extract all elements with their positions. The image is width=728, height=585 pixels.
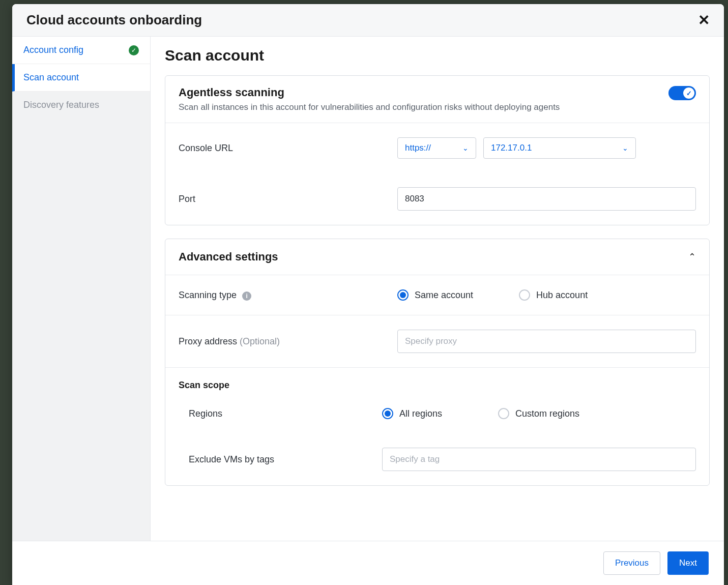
main-panel: Scan account Agentless scanning Scan all… (151, 37, 724, 541)
proxy-controls (397, 330, 696, 353)
radio-all-regions[interactable]: All regions (382, 408, 442, 419)
exclude-tags-row: Exclude VMs by tags (165, 433, 709, 485)
advanced-header[interactable]: Advanced settings ⌃ (165, 239, 709, 275)
next-button[interactable]: Next (667, 551, 709, 575)
protocol-select[interactable]: https:// ⌄ (397, 137, 476, 159)
proxy-label: Proxy address (Optional) (179, 336, 397, 347)
regions-radio-group: All regions Custom regions (382, 408, 579, 419)
toggle-check-icon: ✓ (686, 90, 692, 97)
radio-hub-account[interactable]: Hub account (519, 289, 588, 301)
agentless-description: Scan all instances in this account for v… (179, 102, 658, 112)
agentless-titles: Agentless scanning Scan all instances in… (179, 86, 668, 112)
radio-icon (382, 408, 393, 419)
page-heading: Scan account (165, 47, 710, 64)
advanced-card: Advanced settings ⌃ Scanning type i Same… (165, 239, 710, 486)
host-value: 172.17.0.1 (491, 143, 532, 153)
close-icon: ✕ (698, 12, 710, 28)
sidebar-item-discovery-features: Discovery features (12, 92, 150, 119)
radio-label: Same account (415, 290, 473, 301)
console-url-controls: https:// ⌄ 172.17.0.1 ⌄ (397, 137, 696, 159)
proxy-label-text: Proxy address (179, 336, 237, 346)
chevron-down-icon: ⌄ (622, 144, 628, 152)
radio-icon (397, 289, 409, 301)
sidebar-item-label: Discovery features (23, 100, 99, 110)
port-input[interactable] (397, 187, 696, 211)
close-button[interactable]: ✕ (698, 13, 710, 27)
scan-scope-section: Scan scope Regions All regions (165, 367, 709, 485)
protocol-value: https:// (405, 143, 431, 153)
proxy-row: Proxy address (Optional) (165, 315, 709, 367)
console-url-label: Console URL (179, 143, 397, 154)
radio-label: All regions (399, 408, 442, 419)
exclude-tags-label: Exclude VMs by tags (179, 454, 397, 465)
agentless-title: Agentless scanning (179, 86, 658, 99)
modal-title: Cloud accounts onboarding (26, 12, 202, 28)
scan-scope-title: Scan scope (165, 368, 709, 394)
radio-label: Hub account (536, 290, 588, 301)
radio-icon (519, 289, 530, 301)
host-select[interactable]: 172.17.0.1 ⌄ (483, 137, 636, 159)
regions-controls: All regions Custom regions (397, 408, 696, 419)
port-label: Port (179, 194, 397, 204)
chevron-up-icon: ⌃ (688, 251, 696, 262)
onboarding-modal: Cloud accounts onboarding ✕ Account conf… (12, 4, 724, 585)
previous-button[interactable]: Previous (603, 551, 660, 575)
proxy-input[interactable] (397, 330, 696, 353)
radio-same-account[interactable]: Same account (397, 289, 473, 301)
sidebar-item-scan-account[interactable]: Scan account (12, 64, 150, 92)
port-row: Port (165, 173, 709, 225)
modal-footer: Previous Next (12, 541, 724, 585)
regions-label: Regions (179, 408, 397, 419)
agentless-toggle[interactable]: ✓ (668, 86, 696, 100)
chevron-down-icon: ⌄ (462, 144, 469, 152)
info-icon[interactable]: i (242, 291, 251, 301)
console-url-row: Console URL https:// ⌄ 172.17.0.1 ⌄ (165, 123, 709, 173)
toggle-knob: ✓ (683, 87, 694, 99)
exclude-tags-input[interactable] (382, 448, 696, 471)
scanning-type-radio-group: Same account Hub account (397, 289, 588, 301)
scanning-type-controls: Same account Hub account (397, 289, 696, 301)
port-controls (397, 187, 696, 211)
check-circle-icon: ✓ (129, 45, 139, 55)
agentless-card: Agentless scanning Scan all instances in… (165, 75, 710, 225)
exclude-tags-controls (382, 448, 696, 471)
radio-label: Custom regions (515, 408, 579, 419)
sidebar-item-label: Account config (23, 45, 83, 55)
sidebar-item-label: Scan account (23, 72, 79, 83)
sidebar-item-account-config[interactable]: Account config ✓ (12, 37, 150, 64)
regions-row: Regions All regions Custom regions (165, 394, 709, 433)
radio-custom-regions[interactable]: Custom regions (498, 408, 579, 419)
agentless-body: Console URL https:// ⌄ 172.17.0.1 ⌄ (165, 123, 709, 225)
wizard-sidebar: Account config ✓ Scan account Discovery … (12, 37, 151, 541)
scanning-type-row: Scanning type i Same account Hub account (165, 275, 709, 315)
scanning-type-label: Scanning type i (179, 290, 397, 301)
optional-tag: (Optional) (240, 336, 280, 346)
advanced-title: Advanced settings (179, 250, 278, 264)
modal-header: Cloud accounts onboarding ✕ (12, 4, 724, 37)
radio-icon (498, 408, 509, 419)
scanning-type-label-text: Scanning type (179, 290, 237, 300)
agentless-card-header: Agentless scanning Scan all instances in… (165, 76, 709, 123)
modal-body: Account config ✓ Scan account Discovery … (12, 37, 724, 541)
